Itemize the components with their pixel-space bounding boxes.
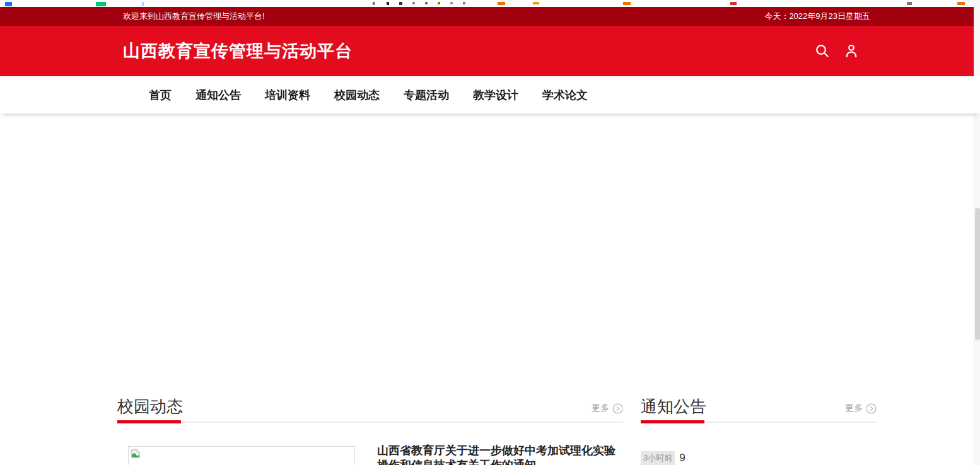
- nav-item-papers[interactable]: 学术论文: [542, 88, 588, 103]
- campus-section-underline: [117, 420, 623, 423]
- campus-section-header: 校园动态 更多: [117, 396, 623, 417]
- favicon-fragment: [425, 2, 428, 4]
- search-icon[interactable]: [815, 43, 830, 59]
- favicon-fragment: [412, 2, 415, 4]
- nav-list: 首页 通知公告 培训资料 校园动态 专题活动 教学设计 学术论文: [0, 88, 588, 103]
- browser-strip: [0, 0, 980, 7]
- more-circle-icon: [866, 403, 877, 414]
- scrollbar-thumb[interactable]: [975, 208, 980, 340]
- favicon-fragment: [5, 2, 12, 6]
- campus-more-label: 更多: [592, 403, 609, 414]
- topbar: 欢迎来到山西教育宣传管理与活动平台! 今天：2022年9月23日星期五: [0, 7, 980, 26]
- nav-item-campus[interactable]: 校园动态: [334, 88, 380, 103]
- nav-item-notices[interactable]: 通知公告: [195, 88, 241, 103]
- notice-text[interactable]: 9: [679, 452, 685, 464]
- notices-section: 通知公告 更多 3小时前 9: [641, 396, 877, 465]
- favicon-fragment: [623, 2, 631, 5]
- nav-item-teaching[interactable]: 教学设计: [473, 88, 518, 103]
- favicon-fragment: [438, 2, 440, 4]
- nav-item-training[interactable]: 培训资料: [265, 88, 310, 103]
- banner-area: [0, 113, 980, 396]
- header-icons: [815, 26, 859, 76]
- user-icon[interactable]: [844, 43, 859, 59]
- favicon-fragment: [907, 2, 912, 5]
- welcome-text: 欢迎来到山西教育宣传管理与活动平台!: [123, 11, 265, 22]
- favicon-fragment: [730, 2, 737, 5]
- notices-section-underline: [641, 420, 877, 423]
- notices-section-title: 通知公告: [641, 396, 706, 417]
- news-list-item[interactable]: 山西省教育厅关于进一步做好中考加试理化实验操作和信息技术有关工作的通知: [117, 446, 623, 465]
- campus-section-title: 校园动态: [117, 396, 183, 417]
- favicon-fragment: [387, 2, 389, 5]
- favicon-fragment: [533, 2, 539, 4]
- favicon-fragment: [96, 2, 106, 6]
- campus-more-link[interactable]: 更多: [592, 403, 623, 417]
- notices-section-header: 通知公告 更多: [641, 396, 877, 417]
- notice-time-badge: 3小时前: [641, 451, 675, 465]
- date-text: 今天：2022年9月23日星期五: [764, 11, 870, 22]
- campus-news-section: 校园动态 更多 山西省教育厅关于进一步做好中: [117, 396, 623, 465]
- notices-more-label: 更多: [845, 403, 863, 414]
- more-circle-icon: [612, 403, 623, 414]
- favicon-fragment: [450, 2, 453, 4]
- site-header: 山西教育宣传管理与活动平台: [0, 26, 980, 76]
- favicon-fragment: [399, 2, 402, 5]
- navbar: 首页 通知公告 培训资料 校园动态 专题活动 教学设计 学术论文: [0, 76, 980, 113]
- main-content: 校园动态 更多 山西省教育厅关于进一步做好中: [0, 396, 980, 465]
- news-thumbnail-placeholder[interactable]: [128, 446, 355, 465]
- notices-more-link[interactable]: 更多: [845, 403, 877, 417]
- nav-item-home[interactable]: 首页: [149, 88, 172, 103]
- favicon-fragment: [463, 2, 465, 4]
- broken-image-icon: [131, 449, 140, 458]
- scrollbar[interactable]: [974, 0, 980, 465]
- notice-list-item[interactable]: 3小时前 9: [641, 451, 877, 465]
- favicon-fragment: [498, 2, 505, 5]
- site-title[interactable]: 山西教育宣传管理与活动平台: [123, 40, 353, 62]
- favicon-fragment: [373, 2, 375, 5]
- favicon-fragment: [957, 2, 965, 5]
- favicon-fragment: [142, 2, 144, 6]
- nav-item-activities[interactable]: 专题活动: [404, 88, 449, 103]
- news-title[interactable]: 山西省教育厅关于进一步做好中考加试理化实验操作和信息技术有关工作的通知: [377, 444, 618, 465]
